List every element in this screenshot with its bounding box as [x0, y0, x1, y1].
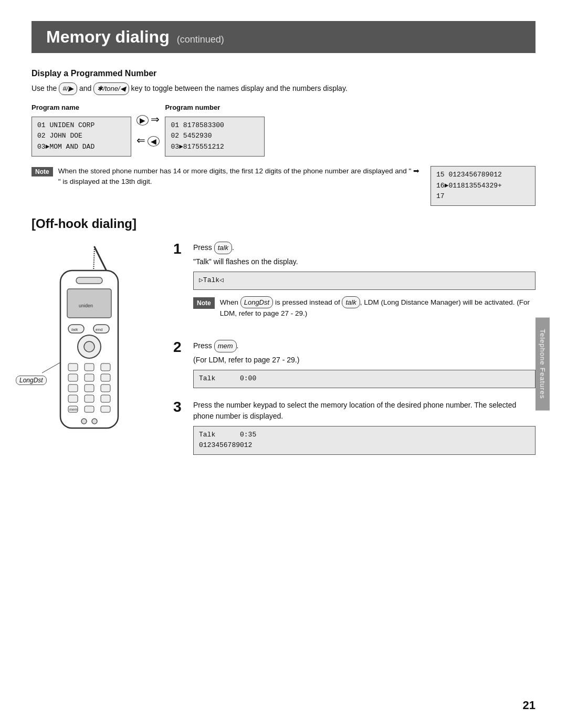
- svg-rect-3: [76, 277, 102, 284]
- svg-line-30: [42, 362, 60, 373]
- svg-rect-22: [85, 395, 94, 402]
- svg-point-11: [84, 341, 94, 352]
- offhook-heading: [Off-hook dialing]: [32, 216, 536, 231]
- step-1: 1 Press talk. "Talk" will flashes on the…: [173, 242, 536, 328]
- svg-rect-14: [101, 363, 110, 371]
- intro-paragraph: Use the #/▶ and ✱/tone/◀ key to toggle b…: [32, 82, 536, 95]
- svg-rect-18: [68, 384, 78, 392]
- longdst-label: LongDst: [16, 376, 47, 385]
- tone-key: ✱/tone/◀: [93, 82, 129, 95]
- number-line-1: 01 8178583300: [171, 120, 259, 131]
- hash-key: #/▶: [59, 82, 77, 95]
- step-1-lcd: ▷Talk◁: [193, 272, 536, 290]
- step-2: 2 Press mem. (For LDM, refer to page 27 …: [173, 340, 536, 388]
- talk-key-ref: talk: [342, 296, 360, 309]
- step-2-lcd: Talk 0:00: [193, 370, 536, 388]
- program-number-label: Program number: [165, 103, 265, 111]
- phone-svg: uniden talk end: [32, 242, 147, 452]
- program-number-col: Program number 01 8178583300 02 5452930 …: [165, 103, 265, 157]
- double-arrow-right: ⇒: [151, 113, 160, 125]
- page-title-main: Memory dialing: [46, 27, 170, 47]
- svg-rect-19: [85, 384, 94, 392]
- program-name-lcd: 01 UNIDEN CORP 02 JOHN DOE 03►MOM AND DA…: [32, 117, 131, 157]
- display-section-heading: Display a Programmed Number: [32, 69, 536, 78]
- step-1-text: Press talk.: [193, 242, 536, 254]
- program-name-label: Program name: [32, 103, 131, 111]
- step-3-body: Press the number keypad to select the me…: [193, 400, 536, 455]
- step-1-note-text: When LongDst is pressed instead of talk,…: [220, 296, 536, 319]
- longdst-key: LongDst: [240, 296, 273, 309]
- display-area: Program name 01 UNIDEN CORP 02 JOHN DOE …: [32, 103, 536, 157]
- talk-key-1: talk: [214, 242, 232, 254]
- note-text-1: When the stored phone number has 14 or m…: [58, 166, 420, 188]
- step-1-number: 1: [173, 242, 186, 256]
- arrow-left-row: ⇐ ◀: [136, 134, 160, 147]
- name-line-2: 02 JOHN DOE: [37, 131, 125, 142]
- step-2-text: Press mem.: [193, 340, 536, 352]
- note-lcd-line-1: 15 0123456789012: [436, 170, 530, 181]
- program-number-lcd: 01 8178583300 02 5452930 03►8175551212: [165, 117, 265, 157]
- number-line-2: 02 5452930: [171, 131, 259, 142]
- svg-rect-27: [101, 406, 110, 412]
- page-title-sub: (continued): [177, 34, 224, 45]
- note-lcd: 15 0123456789012 16►011813554329+ 17: [430, 166, 536, 206]
- svg-line-0: [94, 247, 108, 273]
- sidebar-label: Telephone Features: [536, 318, 550, 411]
- svg-line-1: [93, 247, 94, 273]
- step-3-lcd: Talk 0:35 0123456789012: [193, 426, 536, 455]
- step-1-note: Note When LongDst is pressed instead of …: [193, 296, 536, 319]
- step-3: 3 Press the number keypad to select the …: [173, 400, 536, 455]
- toggle-arrows: ▶ ⇒ ⇐ ◀: [136, 113, 160, 147]
- longdst-annotation: LongDst: [16, 375, 47, 385]
- svg-rect-26: [85, 406, 94, 412]
- double-arrow-left: ⇐: [136, 134, 145, 146]
- steps-column: 1 Press talk. "Talk" will flashes on the…: [173, 242, 536, 466]
- step-1-body: Press talk. "Talk" will flashes on the d…: [193, 242, 536, 328]
- svg-point-29: [92, 419, 97, 424]
- phone-illustration: uniden talk end: [32, 242, 158, 453]
- svg-text:mem: mem: [69, 408, 78, 411]
- svg-rect-15: [68, 374, 78, 381]
- svg-rect-12: [68, 363, 78, 371]
- name-line-1: 01 UNIDEN CORP: [37, 120, 125, 131]
- right-key-icon: ▶: [136, 115, 149, 126]
- svg-point-28: [81, 419, 87, 424]
- arrow-right-row: ▶ ⇒: [136, 113, 160, 126]
- step-1-subtext: "Talk" will flashes on the display.: [193, 256, 536, 267]
- step-2-body: Press mem. (For LDM, refer to page 27 - …: [193, 340, 536, 388]
- left-key-icon: ◀: [148, 136, 160, 147]
- svg-text:uniden: uniden: [79, 303, 93, 308]
- svg-text:end: end: [96, 327, 102, 332]
- svg-rect-13: [85, 363, 94, 371]
- note-block-1: Note When the stored phone number has 14…: [32, 166, 420, 188]
- page-header: Memory dialing (continued): [32, 21, 536, 53]
- name-line-3: 03►MOM AND DAD: [37, 142, 125, 153]
- note-lcd-line-3: 17: [436, 191, 530, 202]
- step-3-lcd-line-1: Talk 0:35: [199, 430, 530, 441]
- svg-rect-20: [101, 384, 110, 392]
- offhook-content: uniden talk end: [32, 242, 536, 466]
- step-2-number: 2: [173, 340, 186, 355]
- step-2-subtext: (For LDM, refer to page 27 - 29.): [193, 355, 536, 366]
- step-3-text: Press the number keypad to select the me…: [193, 400, 536, 422]
- number-line-3: 03►8175551212: [171, 142, 259, 153]
- step-1-note-label: Note: [193, 297, 215, 309]
- step-1-lcd-line-1: ▷Talk◁: [199, 275, 530, 286]
- svg-rect-23: [101, 395, 110, 402]
- page-number: 21: [523, 699, 536, 712]
- step-3-lcd-line-2: 0123456789012: [199, 440, 530, 451]
- svg-rect-16: [85, 374, 94, 381]
- svg-rect-21: [68, 395, 78, 402]
- step-3-number: 3: [173, 400, 186, 414]
- svg-text:talk: talk: [71, 327, 78, 332]
- display-section: Display a Programmed Number Use the #/▶ …: [32, 69, 536, 206]
- program-name-col: Program name 01 UNIDEN CORP 02 JOHN DOE …: [32, 103, 131, 157]
- mem-key: mem: [214, 340, 237, 352]
- note-lcd-line-2: 16►011813554329+: [436, 181, 530, 192]
- svg-rect-17: [101, 374, 110, 381]
- offhook-section: [Off-hook dialing] uniden talk end: [32, 216, 536, 466]
- note-label-1: Note: [32, 167, 53, 176]
- step-2-lcd-line-1: Talk 0:00: [199, 373, 530, 384]
